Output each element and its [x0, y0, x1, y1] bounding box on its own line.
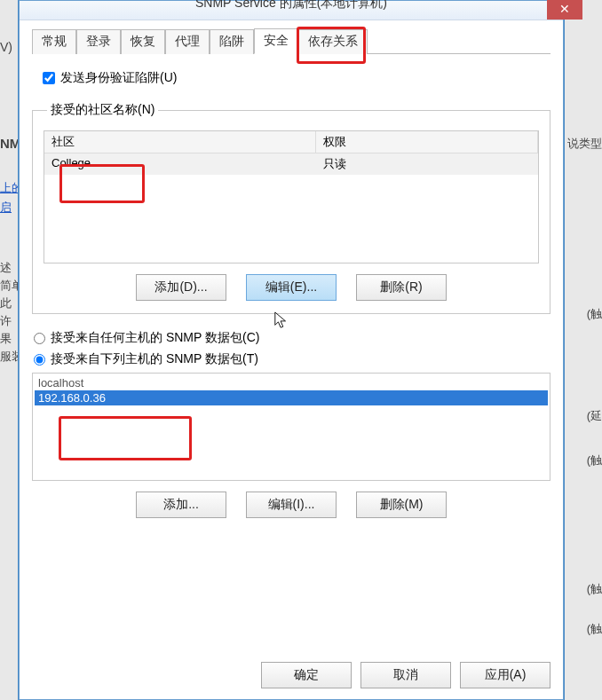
- accept-these-row: 接受来自下列主机的 SNMP 数据包(T): [34, 351, 551, 367]
- bg-text: (触: [587, 581, 602, 597]
- accept-any-radio[interactable]: [34, 333, 45, 344]
- accept-these-radio[interactable]: [34, 354, 45, 366]
- communities-group: 接受的社区名称(N) 社区 权限 College 只读 添加(D)... 编辑(…: [32, 102, 551, 314]
- close-button[interactable]: ✕: [547, 0, 582, 20]
- bg-text: (触: [587, 452, 602, 468]
- col-permission[interactable]: 权限: [316, 131, 538, 153]
- cancel-button[interactable]: 取消: [360, 662, 451, 688]
- bg-text: 述: [0, 260, 12, 276]
- bg-text: 果: [0, 331, 12, 347]
- send-auth-trap-checkbox[interactable]: [43, 72, 55, 84]
- tabstrip: 常规 登录 恢复 代理 陷阱 安全 依存关系: [32, 29, 551, 54]
- bg-text: NM: [0, 136, 20, 151]
- host-remove-button[interactable]: 删除(M): [356, 492, 447, 518]
- communities-legend: 接受的社区名称(N): [47, 102, 158, 118]
- dialog-footer: 确定 取消 应用(A): [261, 662, 551, 688]
- community-row[interactable]: College 只读: [44, 153, 538, 175]
- community-name-cell: College: [44, 153, 316, 175]
- bg-text: (延: [587, 408, 602, 424]
- bg-text: (触: [587, 621, 602, 637]
- bg-text: 说类型: [567, 136, 602, 152]
- close-icon: ✕: [559, 2, 570, 16]
- tab-security[interactable]: 安全: [254, 28, 298, 54]
- community-edit-button[interactable]: 编辑(E)...: [246, 274, 337, 301]
- accept-these-label: 接受来自下列主机的 SNMP 数据包(T): [51, 351, 258, 367]
- tab-dependencies[interactable]: 依存关系: [298, 29, 368, 54]
- bg-text: 此: [0, 295, 12, 311]
- host-item-selected[interactable]: 192.168.0.36: [35, 390, 548, 405]
- window-title: SNMP Service 的属性(本地计算机): [195, 0, 387, 10]
- accept-any-label: 接受来自任何主机的 SNMP 数据包(C): [51, 330, 259, 346]
- bg-link: 启: [0, 200, 12, 216]
- tab-trap[interactable]: 陷阱: [210, 29, 254, 54]
- host-edit-button[interactable]: 编辑(I)...: [246, 492, 337, 518]
- communities-buttons: 添加(D)... 编辑(E)... 删除(R): [44, 274, 539, 301]
- host-add-button[interactable]: 添加...: [136, 492, 226, 518]
- tab-recovery[interactable]: 恢复: [121, 29, 165, 54]
- bg-text: V): [0, 40, 12, 54]
- titlebar[interactable]: SNMP Service 的属性(本地计算机): [20, 1, 563, 20]
- col-community[interactable]: 社区: [44, 131, 316, 153]
- bg-text: 许: [0, 313, 12, 329]
- community-remove-button[interactable]: 删除(R): [356, 274, 447, 301]
- ok-button[interactable]: 确定: [261, 662, 352, 688]
- dialog-body: 常规 登录 恢复 代理 陷阱 安全 依存关系 发送身份验证陷阱(U) 接受的社区…: [20, 20, 563, 699]
- send-auth-trap-label: 发送身份验证陷阱(U): [60, 70, 177, 86]
- communities-header: 社区 权限: [44, 131, 538, 153]
- accept-any-row: 接受来自任何主机的 SNMP 数据包(C): [34, 330, 551, 346]
- community-add-button[interactable]: 添加(D)...: [136, 274, 226, 301]
- tab-agent[interactable]: 代理: [165, 29, 210, 54]
- send-auth-trap-row: 发送身份验证陷阱(U): [43, 70, 551, 86]
- bg-text: (触: [587, 306, 602, 322]
- host-item[interactable]: localhost: [35, 375, 548, 390]
- communities-listview[interactable]: 社区 权限 College 只读: [44, 130, 539, 263]
- hosts-buttons: 添加... 编辑(I)... 删除(M): [32, 492, 551, 518]
- community-permission-cell: 只读: [316, 153, 538, 175]
- tab-logon[interactable]: 登录: [76, 29, 121, 54]
- apply-button[interactable]: 应用(A): [460, 662, 551, 688]
- properties-dialog: SNMP Service 的属性(本地计算机) ✕ 常规 登录 恢复 代理 陷阱…: [19, 0, 564, 700]
- hosts-listbox[interactable]: localhost 192.168.0.36: [32, 373, 551, 481]
- tab-general[interactable]: 常规: [32, 29, 76, 54]
